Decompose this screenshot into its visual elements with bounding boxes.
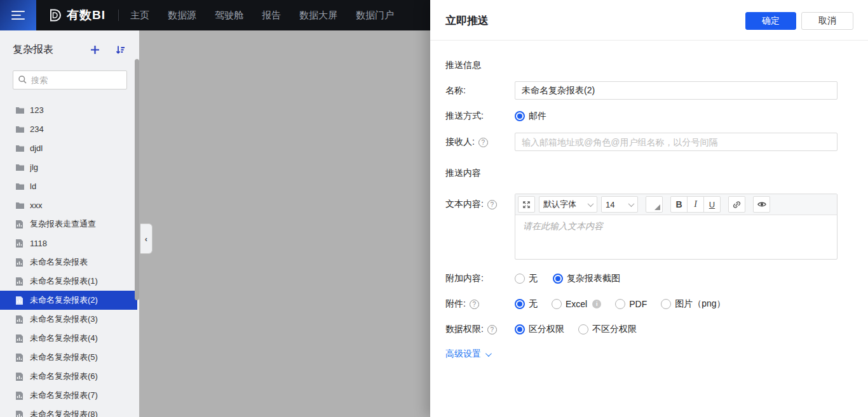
sidebar-item-10[interactable]: 未命名复杂报表(2) [0,291,137,310]
sidebar-item-12[interactable]: 未命名复杂报表(4) [0,329,137,348]
cancel-button[interactable]: 取消 [801,12,853,30]
sidebar-item-0[interactable]: 123 [0,100,137,119]
sidebar-item-label: ld [30,182,36,191]
attachment-label-text: 附件: [445,298,466,310]
radio-option-1[interactable]: Exceli [552,299,601,309]
permission-help-icon[interactable]: ? [487,325,497,334]
folder-icon [15,124,25,134]
font-size-value: 14 [606,200,624,209]
eye-icon [757,199,767,209]
radio-icon[interactable] [661,299,671,309]
sidebar-item-label: 未命名复杂报表(5) [30,352,98,363]
nav-item-1[interactable]: 数据源 [168,10,196,22]
radio-option-1[interactable]: 不区分权限 [578,324,637,335]
radio-icon[interactable] [615,299,625,309]
sidebar-item-8[interactable]: 未命名复杂报表 [0,253,137,272]
sidebar-collapse-button[interactable]: ‹ [140,223,153,254]
radio-icon[interactable] [552,299,562,309]
sidebar-item-15[interactable]: 未命名复杂报表(7) [0,386,137,405]
sidebar-item-label: 复杂报表走查通查 [30,218,96,230]
fullscreen-button[interactable] [518,196,535,213]
advanced-settings-text: 高级设置 [445,348,481,360]
nav-item-4[interactable]: 数据大屏 [299,10,337,22]
radio-icon[interactable] [515,274,525,284]
radio-option-0[interactable]: 邮件 [515,110,546,122]
search-icon [18,75,27,84]
radio-option-0[interactable]: 区分权限 [515,324,564,335]
underline-button[interactable]: U [703,196,721,213]
nav-item-2[interactable]: 驾驶舱 [215,10,243,22]
italic-button[interactable]: I [687,196,704,213]
sidebar-item-13[interactable]: 未命名复杂报表(5) [0,348,137,367]
report-icon [15,296,24,305]
sidebar-item-4[interactable]: ld [0,176,137,195]
sidebar-item-2[interactable]: djdl [0,138,137,157]
sidebar-item-1[interactable]: 234 [0,119,137,138]
nav-item-5[interactable]: 数据门户 [356,10,394,22]
permission-label-text: 数据权限: [445,324,484,335]
info-icon[interactable]: i [592,300,601,308]
attachment-help-icon[interactable]: ? [470,300,479,309]
sidebar-item-5[interactable]: xxx [0,195,137,215]
panel-header: 立即推送 确定 取消 [430,0,868,41]
font-color-button[interactable] [646,196,663,213]
nav-item-3[interactable]: 报告 [262,10,281,22]
text-content-label-text: 文本内容: [445,199,484,210]
radio-icon[interactable] [515,299,525,309]
report-icon [15,277,24,286]
radio-icon[interactable] [578,324,588,334]
sidebar-item-7[interactable]: 1118 [0,234,137,253]
menu-toggle-button[interactable] [0,0,36,30]
report-icon [15,239,24,248]
insert-link-button[interactable] [728,196,745,213]
radio-label: 图片（png） [675,298,725,310]
sidebar-item-9[interactable]: 未命名复杂报表(1) [0,272,137,291]
radio-option-0[interactable]: 无 [515,273,538,284]
font-family-select[interactable]: 默认字体 [539,196,597,213]
radio-option-2[interactable]: PDF [615,299,647,309]
collapse-chevron-icon: ‹ [145,234,147,244]
extra-content-radio-group: 无复杂报表截图 [515,269,620,288]
radio-option-3[interactable]: 图片（png） [661,298,725,310]
radio-label: 复杂报表截图 [567,273,620,284]
folder-icon [15,162,25,172]
sidebar-item-3[interactable]: jlg [0,157,137,176]
sidebar-item-label: 未命名复杂报表(4) [30,333,98,344]
panel-title: 立即推送 [445,13,489,28]
preview-button[interactable] [753,196,770,213]
sidebar-item-11[interactable]: 未命名复杂报表(3) [0,310,137,329]
push-panel: 立即推送 确定 取消 推送信息 名称: 推送方式: 邮件 接收人: ? 推送内容… [430,0,868,417]
app-logo[interactable]: 有数BI [47,7,105,23]
add-report-button[interactable] [88,44,101,56]
font-size-select[interactable]: 14 [601,196,638,213]
sidebar-item-label: 未命名复杂报表(1) [30,275,98,287]
folder-icon [15,105,25,115]
push-name-input[interactable] [515,81,837,100]
editor-placeholder[interactable]: 请在此输入文本内容 [515,215,837,238]
radio-icon[interactable] [553,274,563,284]
recipient-help-icon[interactable]: ? [478,138,488,147]
radio-icon[interactable] [515,324,525,334]
recipient-input[interactable] [515,133,837,151]
confirm-button[interactable]: 确定 [745,12,796,30]
radio-option-1[interactable]: 复杂报表截图 [553,273,620,284]
advanced-settings-link[interactable]: 高级设置 [445,348,490,360]
radio-icon[interactable] [515,111,525,121]
report-icon [15,372,24,381]
text-content-label: 文本内容: ? [445,199,497,210]
sidebar-item-14[interactable]: 未命名复杂报表(6) [0,367,137,386]
radio-option-0[interactable]: 无 [515,298,538,310]
sidebar-item-6[interactable]: 复杂报表走查通查 [0,215,137,234]
sidebar-item-label: 未命名复杂报表(3) [30,314,98,325]
radio-label: 无 [529,273,538,284]
sidebar-item-16[interactable]: 未命名复杂报表(8) [0,405,137,417]
sort-button[interactable] [114,44,126,56]
sidebar-item-label: xxx [30,201,43,210]
text-content-help-icon[interactable]: ? [487,200,497,209]
nav-item-0[interactable]: 主页 [130,10,149,22]
nav-divider [118,10,119,21]
bold-button[interactable]: B [670,196,688,213]
search-input[interactable] [13,70,127,89]
recipient-label: 接收人: ? [445,136,488,148]
sidebar-scrollbar[interactable] [135,59,139,300]
